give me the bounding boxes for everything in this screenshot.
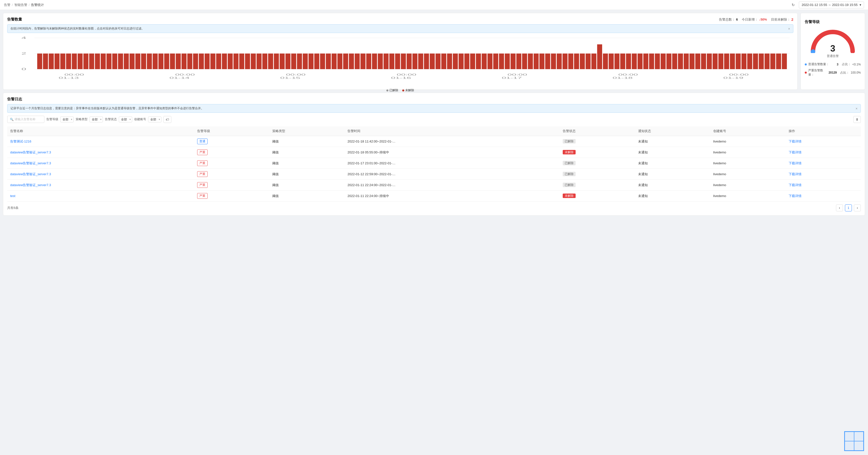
alert-name-link[interactable]: dataview告警验证_server7.3 [10,183,51,187]
download-detail-link[interactable]: 下载详情 [788,183,802,187]
download-detail-link[interactable]: 下载详情 [788,161,802,165]
alert-account: livedemo [710,169,786,180]
main-content: 告警数量 告警总数： 6 今日新增： ↓50% 目前未解除： 2 [0,10,868,219]
svg-rect-73 [424,54,429,69]
download-detail-link[interactable]: 下载详情 [788,172,802,176]
svg-rect-42 [245,54,250,69]
download-detail-link[interactable]: 下载详情 [788,194,802,198]
type-filter-select[interactable]: 全部 [90,117,103,123]
alert-account: livedemo [710,158,786,169]
svg-rect-56 [326,54,331,69]
svg-text:01-17: 01-17 [502,76,522,79]
alert-name-link[interactable]: dataview告警验证_server7.3 [10,172,51,176]
chart-banner-close[interactable]: × [788,27,790,31]
svg-rect-108 [626,54,631,69]
svg-rect-53 [309,54,313,69]
svg-rect-48 [280,54,285,69]
alert-name-link[interactable]: dataview告警验证_server7.3 [10,151,51,154]
alert-notify: 未通知 [635,180,710,191]
svg-rect-76 [441,54,446,69]
download-detail-link[interactable]: 下载详情 [788,139,802,143]
svg-rect-54 [314,54,319,69]
svg-rect-93 [539,54,545,69]
svg-rect-83 [482,54,487,69]
pagination: ‹ 1 › [836,204,861,212]
normal-dot [805,63,807,65]
chart-info-text: 在统计时间段内，告警解除与未解除两种状态的实时数量柱形图，点击对应的色块可对日志… [10,27,144,31]
level-filter-select[interactable]: 全部 [60,117,74,123]
col-action: 操作 [786,126,861,136]
status-filter-select[interactable]: 全部 [119,117,132,123]
alert-name-link[interactable]: dataview告警验证_server7.3 [10,161,51,165]
svg-rect-52 [303,54,308,69]
svg-text:00:00: 00:00 [175,73,195,76]
legend-resolved-label: 已解除 [390,88,398,92]
svg-rect-97 [562,54,567,69]
refresh-icon[interactable]: ↻ [792,3,795,7]
svg-rect-69 [401,54,406,69]
next-page-button[interactable]: › [854,204,861,212]
svg-rect-70 [407,54,412,69]
download-detail-link[interactable]: 下载详情 [788,151,802,154]
svg-rect-89 [516,54,521,69]
svg-rect-121 [701,54,706,69]
level-filter-label: 告警等级 [46,117,58,122]
alert-account: livedemo [710,136,786,147]
status-filter-wrap[interactable]: 全部 [119,117,132,123]
legend-unresolved[interactable]: 未解除 [402,88,414,92]
svg-rect-82 [476,54,481,69]
table-row: dataview告警验证_server7.3严重阈值2022-01-12 22:… [7,169,861,180]
col-strategy: 策略类型 [269,126,344,136]
alert-name-link[interactable]: test [10,194,16,198]
alert-log-table: 告警名称 告警等级 策略类型 告警时间 告警状态 通知状态 创建账号 操作 告警… [7,126,861,201]
svg-rect-85 [493,54,498,69]
chart-svg: 4 2 0 00:00 01-13 00:00 01-14 00:00 [7,36,793,86]
svg-rect-100 [580,54,585,69]
svg-rect-47 [274,54,279,69]
tag-filter-button[interactable]: 🏷 [163,116,172,123]
alert-status-badge: 已解除 [563,172,576,176]
account-filter-wrap[interactable]: 全部 [148,117,161,123]
table-row: 告警测试-1216普通阈值2022-01-18 11:42:00~2022-01… [7,136,861,147]
svg-rect-35 [205,54,210,69]
alert-strategy: 阈值 [269,169,344,180]
severe-count: 20129 [829,71,837,74]
breadcrumb-item-2[interactable]: 智能告警 [14,3,27,7]
alert-log-table-wrap: 告警名称 告警等级 策略类型 告警时间 告警状态 通知状态 创建账号 操作 告警… [7,126,861,201]
legend-resolved[interactable]: 已解除 [386,88,398,92]
level-filter-wrap[interactable]: 全部 [60,117,74,123]
alert-level-card: 告警等级 3 普通告警 普通告警数量 [801,13,865,90]
svg-rect-126 [730,54,735,69]
date-range-picker[interactable]: 2022-01-12 15:55 ～ 2022-01-19 15:55 ▾ [799,1,864,8]
svg-rect-79 [459,54,464,69]
account-filter-select[interactable]: 全部 [148,117,161,123]
svg-rect-25 [147,54,152,69]
alert-time: 2022-01-11 22:24:00~2022-01-… [344,180,560,191]
gauge-container: 告警等级 3 普通告警 普通告警数量 [805,17,861,79]
alert-name-link[interactable]: 告警测试-1216 [10,139,31,143]
svg-rect-21 [124,54,129,69]
gauge-severe-row: 严重告警数量： 20129 占比： 100.0% [805,68,861,77]
svg-rect-64 [372,54,377,69]
log-banner-close[interactable]: × [856,106,858,110]
svg-rect-109 [632,54,637,69]
type-filter-wrap[interactable]: 全部 [90,117,103,123]
svg-text:00:00: 00:00 [286,73,306,76]
svg-text:01-13: 01-13 [59,76,79,79]
svg-rect-61 [354,54,360,69]
download-button[interactable]: ⬇ [854,116,861,123]
current-page[interactable]: 1 [845,204,852,212]
alert-notify: 未通知 [635,147,710,158]
svg-rect-133 [770,54,775,69]
search-input-wrap[interactable]: 🔍 请输入告警名称 [7,116,44,123]
legend-resolved-dot [386,90,389,92]
prev-page-button[interactable]: ‹ [836,204,843,212]
alert-strategy: 阈值 [269,136,344,147]
svg-rect-127 [736,54,741,69]
breadcrumb-item-1[interactable]: 告警 [4,3,10,7]
svg-rect-59 [343,54,348,69]
svg-rect-45 [262,54,267,69]
alert-count-title: 告警数量 [7,17,22,22]
svg-rect-119 [689,54,694,69]
bar-chart[interactable]: 4 2 0 00:00 01-13 00:00 01-14 00:00 [7,36,793,86]
